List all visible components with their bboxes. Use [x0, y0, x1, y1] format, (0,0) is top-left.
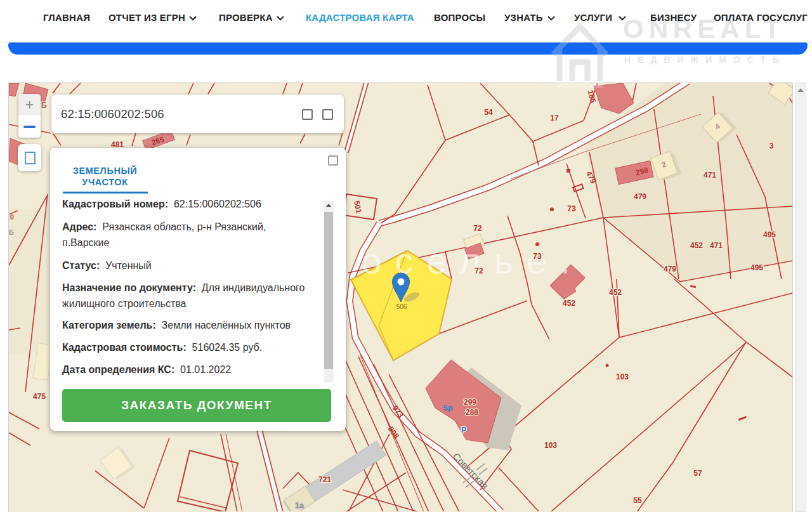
svg-text:471: 471 — [704, 171, 716, 180]
svg-text:721: 721 — [318, 475, 331, 484]
svg-text:479: 479 — [634, 192, 646, 201]
svg-text:Б: Б — [9, 228, 14, 236]
svg-text:506: 506 — [396, 303, 407, 310]
svg-text:54: 54 — [484, 108, 493, 117]
svg-text:73: 73 — [567, 204, 576, 213]
svg-text::0: :0 — [9, 213, 14, 221]
svg-text:495: 495 — [750, 263, 763, 272]
svg-text:5р: 5р — [443, 403, 452, 412]
svg-text:3: 3 — [769, 141, 774, 150]
svg-text:Р: Р — [461, 426, 466, 435]
svg-text:57: 57 — [693, 469, 702, 478]
svg-text:452: 452 — [609, 288, 622, 297]
svg-text:103: 103 — [544, 441, 557, 450]
svg-text:471: 471 — [710, 241, 723, 250]
svg-text:17: 17 — [550, 114, 559, 122]
svg-text:103: 103 — [616, 372, 629, 381]
svg-text:452: 452 — [690, 241, 703, 250]
svg-text:73: 73 — [533, 252, 542, 261]
svg-text:452: 452 — [563, 299, 575, 308]
svg-text:479: 479 — [664, 265, 676, 273]
svg-text:ьоселье.: ьоселье. — [329, 240, 584, 281]
svg-text:299: 299 — [464, 398, 476, 407]
svg-text:НЕДВИЖИМОСТЬ: НЕДВИЖИМОСТЬ — [624, 55, 786, 65]
svg-text:72: 72 — [475, 266, 483, 275]
svg-text:НЕДВИЖИМОСТЬ: НЕДВИЖИМОСТЬ — [624, 55, 786, 65]
svg-text:1a: 1a — [295, 501, 304, 510]
svg-text:72: 72 — [473, 224, 482, 233]
svg-text:495: 495 — [763, 230, 776, 239]
svg-text:55: 55 — [633, 496, 642, 505]
svg-text:475: 475 — [33, 392, 46, 401]
svg-text:288: 288 — [466, 408, 478, 417]
